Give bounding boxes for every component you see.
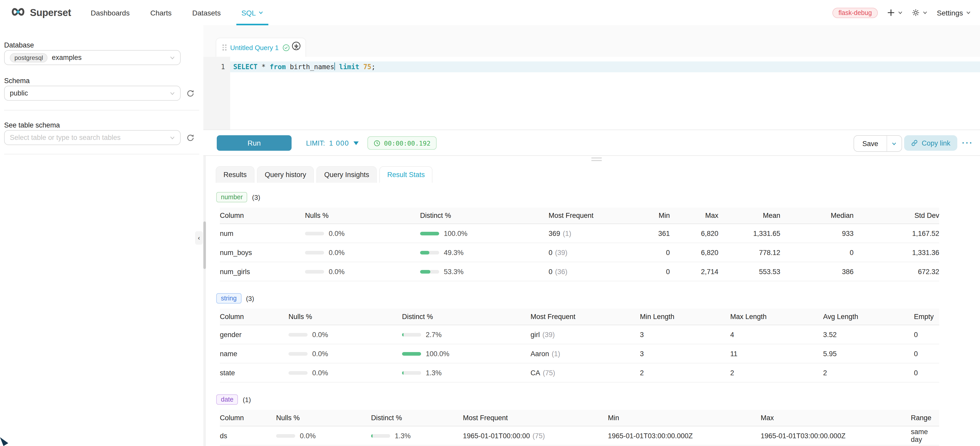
percent-bar <box>288 352 307 355</box>
theme-toggle-button[interactable] <box>912 9 928 16</box>
cell: num_girls <box>220 262 305 281</box>
date-stats-table: Column Nulls % Distinct % Most Frequent … <box>220 410 939 446</box>
database-select[interactable]: postgresql examples <box>4 50 181 65</box>
chevron-down-icon <box>170 55 175 60</box>
table-header-row: Column Nulls % Distinct % Most Frequent … <box>220 410 939 426</box>
percent-bar <box>305 270 324 273</box>
cell: 1965-01-01T00:00:00(75) <box>463 426 608 445</box>
cell: 0 <box>780 243 854 262</box>
cell: 386 <box>780 262 854 281</box>
run-button[interactable]: Run <box>217 135 291 151</box>
table-header-row: Column Nulls % Distinct % Most Frequent … <box>220 207 939 224</box>
refresh-schemas-icon[interactable] <box>186 89 194 97</box>
elapsed-time-value: 00:00:00.192 <box>384 139 431 147</box>
sidebar-divider <box>4 154 199 155</box>
percent-bar <box>305 251 324 254</box>
column-header: Empty <box>914 309 939 325</box>
editor-gutter: 1 <box>203 57 230 129</box>
sidebar-divider <box>4 110 199 110</box>
column-header: Distinct % <box>402 309 530 325</box>
date-section-header: date (1) <box>216 394 980 405</box>
cell: 3 <box>640 344 730 363</box>
cell: 6,820 <box>670 224 718 243</box>
column-count: (3) <box>252 193 260 201</box>
result-tabs: Results Query history Query Insights Res… <box>216 166 433 183</box>
cell: 361 <box>621 224 670 243</box>
column-header: Nulls % <box>288 309 402 325</box>
column-header: Most Frequent <box>463 410 608 426</box>
tab-query-history[interactable]: Query history <box>257 166 314 183</box>
table-row: num_boys0.0%49.3%0(39)06,820778.1201,331… <box>220 243 939 262</box>
cell: 369(1) <box>549 224 621 243</box>
percent-bar <box>402 352 421 355</box>
cell: 100.0% <box>402 344 530 363</box>
sql-lab-main: Untitled Query 1 ✕ 1 SELECT * from birth… <box>203 25 980 446</box>
percent-bar <box>420 231 439 235</box>
refresh-tables-icon[interactable] <box>186 134 194 142</box>
save-options-button[interactable] <box>886 136 902 151</box>
cell: 4 <box>730 325 823 344</box>
number-stats-table: Column Nulls % Distinct % Most Frequent … <box>220 207 939 281</box>
result-stats-content: number (3) Column Nulls % Distinct % Mos… <box>203 182 980 446</box>
cell: same day <box>911 426 939 445</box>
chevron-down-icon <box>898 10 903 15</box>
column-header: Min Length <box>640 309 730 325</box>
column-header: Avg Length <box>823 309 914 325</box>
chevron-down-icon <box>892 141 897 146</box>
more-actions-button[interactable]: ··· <box>962 135 973 151</box>
nav-item-sql[interactable]: SQL <box>241 0 263 25</box>
top-navbar: Superset Dashboards Charts Datasets SQL … <box>0 0 980 26</box>
cell: 6,820 <box>670 243 718 262</box>
sql-code-line[interactable]: SELECT * from birth_names limit 75; <box>230 61 980 72</box>
column-header: Most Frequent <box>549 207 621 224</box>
new-item-button[interactable] <box>888 9 903 16</box>
number-section-header: number (3) <box>216 192 980 202</box>
limit-dropdown[interactable]: LIMIT: 1 000 <box>306 135 358 151</box>
table-row: num0.0%100.0%369(1)3616,8201,331.659331,… <box>220 224 939 243</box>
database-value: examples <box>52 54 82 61</box>
tab-results[interactable]: Results <box>216 166 255 183</box>
table-row: state0.0%1.3%CA(75)2220 <box>220 363 939 382</box>
save-split-button: Save <box>854 135 902 152</box>
nav-item-datasets[interactable]: Datasets <box>192 0 221 25</box>
settings-menu[interactable]: Settings <box>937 8 971 17</box>
cell: 1,331.36 <box>854 243 939 262</box>
copy-link-label: Copy link <box>922 139 950 147</box>
percent-bar <box>305 231 324 235</box>
tab-result-stats[interactable]: Result Stats <box>380 166 433 183</box>
cell: 0 <box>914 363 939 382</box>
cell: 5.95 <box>823 344 914 363</box>
percent-bar <box>288 333 307 336</box>
copy-link-button[interactable]: Copy link <box>904 135 957 151</box>
cell: 2.7% <box>402 325 530 344</box>
add-tab-button[interactable] <box>291 41 301 51</box>
column-header: Median <box>780 207 854 224</box>
nav-item-charts[interactable]: Charts <box>150 0 171 25</box>
column-header: Mean <box>718 207 780 224</box>
plus-icon <box>888 9 895 16</box>
table-select[interactable]: Select table or type to search tables <box>4 130 181 145</box>
sql-lab-page: Superset Dashboards Charts Datasets SQL … <box>0 0 980 446</box>
limit-label: LIMIT: <box>306 139 325 147</box>
cell: state <box>220 363 288 382</box>
save-button[interactable]: Save <box>854 136 886 151</box>
cell: 0.0% <box>305 243 420 262</box>
superset-logo[interactable]: Superset <box>10 6 71 19</box>
column-header: Column <box>220 410 276 426</box>
cell: 2 <box>640 363 730 382</box>
sql-editor[interactable]: 1 SELECT * from birth_names limit 75; <box>203 57 980 129</box>
cell: 0 <box>914 325 939 344</box>
cell: 778.12 <box>718 243 780 262</box>
nav-item-dashboards[interactable]: Dashboards <box>91 0 129 25</box>
cell: 0 <box>914 344 939 363</box>
tab-query-insights[interactable]: Query Insights <box>317 166 377 183</box>
cell: ds <box>220 426 276 445</box>
cell: 672.32 <box>854 262 939 281</box>
cell: num_boys <box>220 243 305 262</box>
cell: 0 <box>621 243 670 262</box>
schema-select[interactable]: public <box>4 86 181 101</box>
column-header: Max Length <box>730 309 823 325</box>
column-header: Nulls % <box>276 410 371 426</box>
collapse-sidebar-button[interactable]: ‹ <box>195 231 203 245</box>
panel-resize-handle[interactable] <box>592 158 602 162</box>
